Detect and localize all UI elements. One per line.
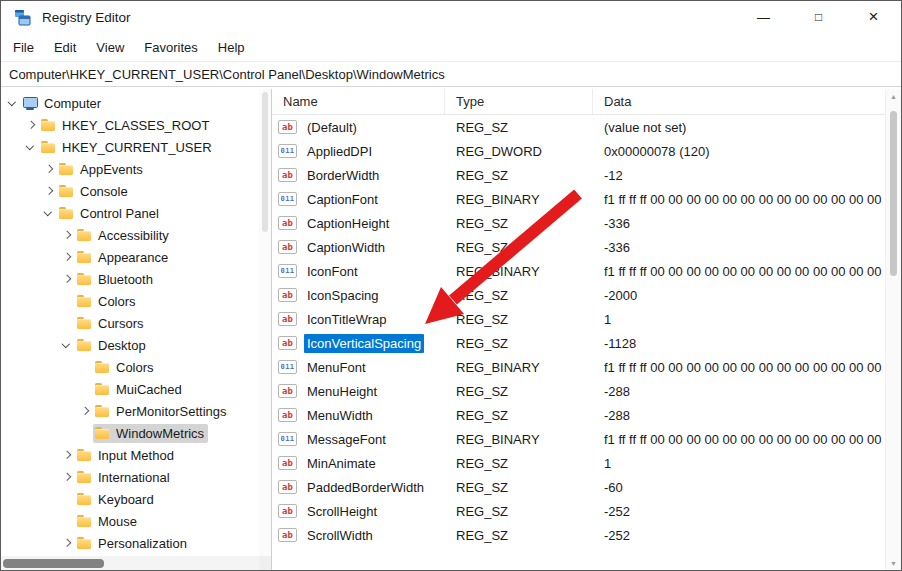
tree-item-label: MuiCached <box>116 382 182 397</box>
title-bar: Registry Editor — □ × <box>1 1 901 33</box>
tree-item-international[interactable]: International <box>1 466 259 488</box>
registry-value-row-scrollheight[interactable]: ab ScrollHeight REG_SZ -252 <box>272 499 885 523</box>
tree-vertical-scrollbar[interactable] <box>259 89 271 556</box>
value-name: (Default) <box>304 118 360 137</box>
registry-value-row-messagefont[interactable]: 011 MessageFont REG_BINARY f1 ff ff ff 0… <box>272 427 885 451</box>
menu-item-help[interactable]: Help <box>208 36 255 59</box>
chevron-icon[interactable] <box>76 425 93 442</box>
close-button[interactable]: × <box>846 1 901 33</box>
tree-horizontal-scrollbar[interactable] <box>1 556 259 570</box>
tree-item-label: HKEY_CURRENT_USER <box>62 140 212 155</box>
value-name: CaptionWidth <box>304 238 388 257</box>
chevron-icon[interactable] <box>40 161 57 178</box>
registry-value-row-menuheight[interactable]: ab MenuHeight REG_SZ -288 <box>272 379 885 403</box>
chevron-icon[interactable] <box>58 271 75 288</box>
registry-value-row-scrollwidth[interactable]: ab ScrollWidth REG_SZ -252 <box>272 523 885 547</box>
folder-icon <box>76 250 93 265</box>
chevron-icon[interactable] <box>76 403 93 420</box>
tree-horizontal-scrollbar-thumb[interactable] <box>3 559 104 568</box>
list-vertical-scrollbar[interactable]: ▲ ▼ <box>885 89 901 570</box>
registry-value-row-minanimate[interactable]: ab MinAnimate REG_SZ 1 <box>272 451 885 475</box>
tree-item-control-panel[interactable]: Control Panel <box>1 202 259 224</box>
chevron-icon[interactable] <box>58 513 75 530</box>
registry-value-row-iconfont[interactable]: 011 IconFont REG_BINARY f1 ff ff ff 00 0… <box>272 259 885 283</box>
chevron-icon[interactable] <box>76 359 93 376</box>
tree-item-appevents[interactable]: AppEvents <box>1 158 259 180</box>
registry-value-row-iconspacing[interactable]: ab IconSpacing REG_SZ -2000 <box>272 283 885 307</box>
registry-editor-icon <box>14 9 31 26</box>
tree-item-input-method[interactable]: Input Method <box>1 444 259 466</box>
tree-item-bluetooth[interactable]: Bluetooth <box>1 268 259 290</box>
chevron-icon[interactable] <box>58 249 75 266</box>
chevron-icon[interactable] <box>22 139 39 156</box>
column-header-name[interactable]: Name <box>272 89 445 114</box>
menu-item-view[interactable]: View <box>86 36 134 59</box>
tree-item-windowmetrics[interactable]: WindowMetrics <box>1 422 259 444</box>
tree-item-desktop[interactable]: Desktop <box>1 334 259 356</box>
tree-item-muicached[interactable]: MuiCached <box>1 378 259 400</box>
value-type: REG_SZ <box>445 456 593 471</box>
chevron-icon[interactable] <box>22 117 39 134</box>
registry-value-row-default[interactable]: ab (Default) REG_SZ (value not set) <box>272 115 885 139</box>
tree-item-permonitorsettings[interactable]: PerMonitorSettings <box>1 400 259 422</box>
column-header-data[interactable]: Data <box>593 89 901 114</box>
tree-vertical-scrollbar-thumb[interactable] <box>262 92 268 232</box>
chevron-icon[interactable] <box>58 293 75 310</box>
chevron-icon[interactable] <box>58 315 75 332</box>
chevron-icon[interactable] <box>40 183 57 200</box>
folder-icon <box>94 404 111 419</box>
chevron-icon[interactable] <box>58 535 75 552</box>
registry-value-row-iconverticalspacing[interactable]: ab IconVerticalSpacing REG_SZ -1128 <box>272 331 885 355</box>
scroll-up-icon[interactable]: ▲ <box>890 89 897 103</box>
tree-item-mouse[interactable]: Mouse <box>1 510 259 532</box>
tree-item-cursors[interactable]: Cursors <box>1 312 259 334</box>
registry-value-row-applieddpi[interactable]: 011 AppliedDPI REG_DWORD 0x00000078 (120… <box>272 139 885 163</box>
value-data: (value not set) <box>593 120 885 135</box>
address-input[interactable] <box>1 62 901 86</box>
chevron-icon[interactable] <box>58 469 75 486</box>
menu-item-file[interactable]: File <box>3 36 44 59</box>
minimize-button[interactable]: — <box>736 1 791 33</box>
menu-item-edit[interactable]: Edit <box>44 36 86 59</box>
chevron-icon[interactable] <box>4 95 21 112</box>
tree-item-label: Control Panel <box>80 206 159 221</box>
chevron-icon[interactable] <box>58 337 75 354</box>
tree-item-console[interactable]: Console <box>1 180 259 202</box>
tree-item-accessibility[interactable]: Accessibility <box>1 224 259 246</box>
address-bar <box>1 61 901 87</box>
registry-value-row-menufont[interactable]: 011 MenuFont REG_BINARY f1 ff ff ff 00 0… <box>272 355 885 379</box>
registry-value-row-paddedborderwidth[interactable]: ab PaddedBorderWidth REG_SZ -60 <box>272 475 885 499</box>
registry-value-row-borderwidth[interactable]: ab BorderWidth REG_SZ -12 <box>272 163 885 187</box>
menu-item-favorites[interactable]: Favorites <box>134 36 207 59</box>
string-value-icon: ab <box>278 528 297 542</box>
registry-value-row-captionwidth[interactable]: ab CaptionWidth REG_SZ -336 <box>272 235 885 259</box>
registry-value-row-icontitlewrap[interactable]: ab IconTitleWrap REG_SZ 1 <box>272 307 885 331</box>
chevron-icon[interactable] <box>40 205 57 222</box>
list-scroll-track[interactable] <box>886 103 901 556</box>
value-name: MenuFont <box>304 358 369 377</box>
tree-item-hkey-current-user[interactable]: HKEY_CURRENT_USER <box>1 136 259 158</box>
column-header-type[interactable]: Type <box>445 89 593 114</box>
registry-value-row-captionfont[interactable]: 011 CaptionFont REG_BINARY f1 ff ff ff 0… <box>272 187 885 211</box>
chevron-icon[interactable] <box>76 381 93 398</box>
tree-item-personalization[interactable]: Personalization <box>1 532 259 554</box>
tree-item-appearance[interactable]: Appearance <box>1 246 259 268</box>
tree-item-keyboard[interactable]: Keyboard <box>1 488 259 510</box>
tree-item-colors[interactable]: Colors <box>1 356 259 378</box>
tree-item-label: Accessibility <box>98 228 169 243</box>
maximize-button[interactable]: □ <box>791 1 846 33</box>
scroll-down-icon[interactable]: ▼ <box>890 556 897 570</box>
list-vertical-scrollbar-thumb[interactable] <box>890 111 897 276</box>
tree-panel: Computer HKEY_CLASSES_ROOT HKEY_CURRENT_… <box>1 89 271 570</box>
registry-value-row-menuwidth[interactable]: ab MenuWidth REG_SZ -288 <box>272 403 885 427</box>
chevron-icon[interactable] <box>58 227 75 244</box>
tree-item-colors[interactable]: Colors <box>1 290 259 312</box>
chevron-icon[interactable] <box>58 491 75 508</box>
folder-icon <box>76 294 93 309</box>
tree-item-hkey-classes-root[interactable]: HKEY_CLASSES_ROOT <box>1 114 259 136</box>
tree-item-computer[interactable]: Computer <box>1 92 259 114</box>
folder-icon <box>58 184 75 199</box>
chevron-icon[interactable] <box>58 447 75 464</box>
tree-item-label: Colors <box>98 294 136 309</box>
registry-value-row-captionheight[interactable]: ab CaptionHeight REG_SZ -336 <box>272 211 885 235</box>
